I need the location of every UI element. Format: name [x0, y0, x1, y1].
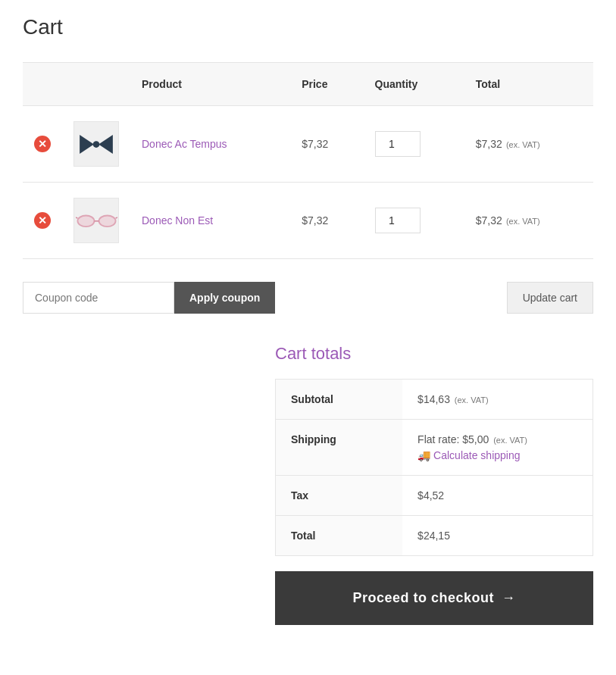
subtotal-label: Subtotal — [276, 380, 403, 420]
shipping-row: Shipping Flat rate: $5,00 (ex. VAT) 🚚 Ca… — [276, 420, 593, 476]
product-total-cell: $7,32 (ex. VAT) — [464, 183, 593, 259]
product-price-cell: $7,32 — [290, 183, 363, 259]
product-price-cell: $7,32 — [290, 106, 363, 183]
apply-coupon-button[interactable]: Apply coupon — [174, 282, 275, 314]
cart-totals: Cart totals Subtotal $14,63 (ex. VAT) Sh… — [275, 344, 593, 625]
svg-line-9 — [115, 217, 117, 217]
total-value: $24,15 — [402, 516, 593, 556]
col-header-quantity: Quantity — [364, 63, 464, 106]
col-header-product: Product — [130, 63, 290, 106]
table-row: ✕ Donec Ac Tempus$7,32$7,32 (ex. VAT) — [23, 106, 593, 183]
proceed-to-checkout-button[interactable]: Proceed to checkout→ — [275, 571, 593, 625]
calculate-shipping-link[interactable]: 🚚 Calculate shipping — [417, 449, 520, 461]
product-qty-cell — [364, 183, 464, 259]
coupon-input[interactable] — [23, 282, 174, 314]
remove-item-button[interactable]: ✕ — [34, 136, 51, 152]
table-row: ✕ Donec Non Est$7,32$7,32 (ex. VAT) — [23, 183, 593, 259]
product-name-cell: Donec Ac Tempus — [130, 106, 290, 183]
subtotal-value: $14,63 (ex. VAT) — [402, 380, 593, 420]
update-cart-button[interactable]: Update cart — [507, 282, 593, 314]
quantity-input[interactable] — [375, 208, 421, 233]
quantity-input[interactable] — [375, 131, 421, 157]
product-thumbnail — [73, 121, 119, 167]
svg-marker-1 — [98, 135, 113, 154]
remove-item-button[interactable]: ✕ — [34, 212, 51, 229]
remove-icon: ✕ — [34, 212, 51, 229]
svg-point-6 — [98, 215, 115, 227]
product-thumb-cell — [62, 106, 130, 183]
product-price: $7,32 — [302, 138, 328, 150]
col-header-total: Total — [464, 63, 593, 106]
svg-marker-0 — [80, 135, 94, 154]
svg-point-2 — [93, 141, 100, 148]
tax-value: $4,52 — [402, 476, 593, 516]
total-ex-vat: (ex. VAT) — [504, 140, 540, 149]
product-total: $7,32 — [476, 214, 502, 227]
col-header-thumb — [62, 63, 130, 106]
page-title: Cart — [23, 15, 593, 39]
coupon-form: Apply coupon — [23, 282, 275, 314]
tax-row: Tax $4,52 — [276, 476, 593, 516]
cart-table: Product Price Quantity Total ✕ Donec Ac … — [23, 62, 593, 259]
tax-label: Tax — [276, 476, 403, 516]
shipping-value: Flat rate: $5,00 (ex. VAT) 🚚 Calculate s… — [402, 420, 593, 476]
checkout-btn-wrap: Proceed to checkout→ — [275, 571, 593, 625]
subtotal-row: Subtotal $14,63 (ex. VAT) — [276, 380, 593, 420]
cart-totals-section: Cart totals Subtotal $14,63 (ex. VAT) Sh… — [23, 344, 593, 625]
truck-icon: 🚚 — [417, 449, 430, 461]
product-total: $7,32 — [476, 138, 502, 150]
cart-totals-title: Cart totals — [275, 344, 593, 364]
col-header-price: Price — [290, 63, 363, 106]
product-thumb-cell — [62, 183, 130, 259]
shipping-label: Shipping — [276, 420, 403, 476]
cart-actions: Apply coupon Update cart — [23, 282, 593, 314]
subtotal-ex-vat: (ex. VAT) — [455, 395, 489, 405]
product-link[interactable]: Donec Ac Tempus — [142, 138, 227, 150]
col-header-remove — [23, 63, 62, 106]
product-link[interactable]: Donec Non Est — [142, 214, 213, 227]
svg-point-4 — [77, 215, 94, 227]
total-row: Total $24,15 — [276, 516, 593, 556]
product-qty-cell — [364, 106, 464, 183]
svg-line-8 — [76, 217, 77, 217]
checkout-arrow-icon: → — [502, 590, 516, 605]
totals-table: Subtotal $14,63 (ex. VAT) Shipping Flat … — [275, 379, 593, 556]
remove-icon: ✕ — [34, 136, 51, 152]
product-name-cell: Donec Non Est — [130, 183, 290, 259]
total-label: Total — [276, 516, 403, 556]
shipping-ex-vat: (ex. VAT) — [493, 436, 527, 445]
product-price: $7,32 — [302, 214, 328, 227]
total-ex-vat: (ex. VAT) — [504, 217, 540, 226]
product-total-cell: $7,32 (ex. VAT) — [464, 106, 593, 183]
product-thumbnail — [73, 198, 119, 243]
